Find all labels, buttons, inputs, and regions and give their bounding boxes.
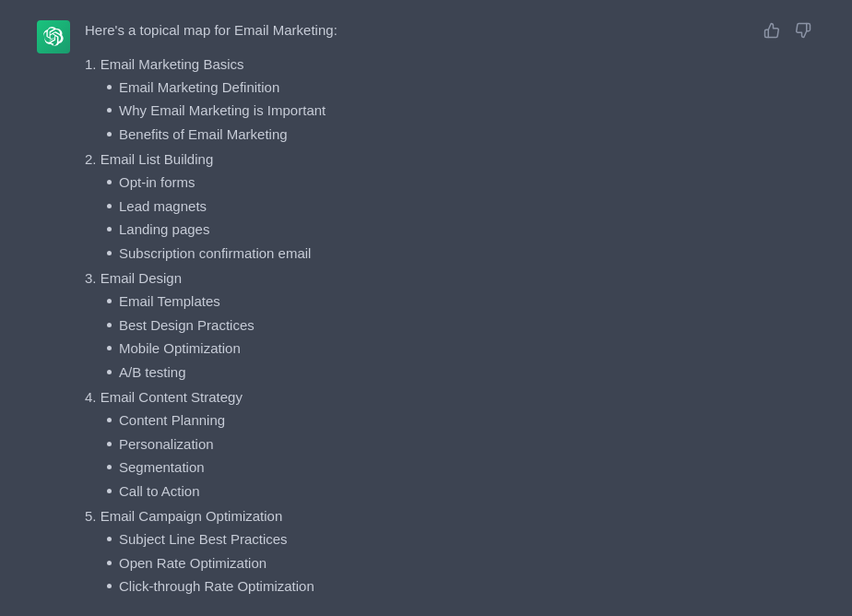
bullet-icon bbox=[107, 346, 112, 350]
topic-section-5: 5. Email Campaign OptimizationSubject Li… bbox=[85, 508, 815, 598]
sub-item-text: Personalization bbox=[119, 432, 214, 456]
bullet-icon bbox=[107, 537, 112, 541]
sub-list-4: Content PlanningPersonalizationSegmentat… bbox=[107, 409, 815, 503]
sub-item-text: Email Marketing Definition bbox=[119, 76, 279, 100]
bullet-icon bbox=[107, 370, 112, 374]
chat-container: Here's a topical map for Email Marketing… bbox=[0, 0, 852, 616]
sub-item-text: Email Templates bbox=[119, 290, 220, 314]
sub-item-text: Why Email Marketing is Important bbox=[119, 99, 325, 123]
bullet-icon bbox=[107, 418, 112, 422]
bullet-icon bbox=[107, 323, 112, 327]
sub-item-text: Best Design Practices bbox=[119, 314, 254, 338]
sub-item-1-3: Benefits of Email Marketing bbox=[107, 123, 815, 147]
sub-item-1-2: Why Email Marketing is Important bbox=[107, 99, 815, 123]
thumbs-up-icon bbox=[763, 22, 780, 39]
sub-item-text: Subject Line Best Practices bbox=[119, 527, 288, 551]
sub-item-5-1: Subject Line Best Practices bbox=[107, 527, 815, 551]
sub-item-text: Click-through Rate Optimization bbox=[119, 575, 314, 598]
topic-section-3: 3. Email DesignEmail TemplatesBest Desig… bbox=[85, 270, 815, 384]
bullet-icon bbox=[107, 132, 112, 136]
chatgpt-logo-icon bbox=[43, 27, 64, 47]
bullet-icon bbox=[107, 108, 112, 113]
bullet-icon bbox=[107, 251, 112, 255]
bullet-icon bbox=[107, 465, 112, 469]
sub-item-text: A/B testing bbox=[119, 361, 186, 385]
sub-item-2-3: Landing pages bbox=[107, 218, 815, 242]
sub-item-2-4: Subscription confirmation email bbox=[107, 242, 815, 266]
intro-text: Here's a topical map for Email Marketing… bbox=[85, 20, 815, 41]
main-topic-2: 2. Email List Building bbox=[85, 151, 815, 167]
topic-section-4: 4. Email Content StrategyContent Plannin… bbox=[85, 389, 815, 503]
bullet-icon bbox=[107, 204, 112, 208]
sub-item-3-2: Best Design Practices bbox=[107, 314, 815, 338]
main-topic-5: 5. Email Campaign Optimization bbox=[85, 508, 815, 524]
sub-item-4-4: Call to Action bbox=[107, 480, 815, 503]
sub-list-3: Email TemplatesBest Design PracticesMobi… bbox=[107, 290, 815, 384]
sub-item-text: Landing pages bbox=[119, 218, 209, 242]
sub-list-5: Subject Line Best PracticesOpen Rate Opt… bbox=[107, 527, 815, 598]
sub-item-1-1: Email Marketing Definition bbox=[107, 76, 815, 100]
sub-item-3-4: A/B testing bbox=[107, 361, 815, 385]
sub-item-4-2: Personalization bbox=[107, 432, 815, 456]
thumbs-up-button[interactable] bbox=[760, 18, 784, 42]
main-topic-1: 1. Email Marketing Basics bbox=[85, 56, 815, 72]
sub-item-3-1: Email Templates bbox=[107, 290, 815, 314]
sub-item-3-3: Mobile Optimization bbox=[107, 337, 815, 361]
message-content: Here's a topical map for Email Marketing… bbox=[85, 18, 815, 604]
assistant-avatar bbox=[37, 20, 70, 53]
sub-item-text: Call to Action bbox=[119, 480, 200, 503]
sub-item-text: Content Planning bbox=[119, 409, 225, 432]
sub-list-2: Opt-in formsLead magnetsLanding pagesSub… bbox=[107, 171, 815, 265]
bullet-icon bbox=[107, 227, 112, 231]
bullet-icon bbox=[107, 584, 112, 588]
sub-item-2-2: Lead magnets bbox=[107, 195, 815, 219]
bullet-icon bbox=[107, 561, 112, 565]
sub-item-text: Lead magnets bbox=[119, 195, 207, 219]
sub-item-2-1: Opt-in forms bbox=[107, 171, 815, 195]
bullet-icon bbox=[107, 299, 112, 303]
sub-item-text: Segmentation bbox=[119, 456, 205, 480]
bullet-icon bbox=[107, 442, 112, 446]
thumbs-down-button[interactable] bbox=[791, 18, 815, 42]
feedback-buttons bbox=[760, 18, 815, 42]
thumbs-down-icon bbox=[795, 22, 811, 39]
sub-item-text: Subscription confirmation email bbox=[119, 242, 311, 266]
message-row: Here's a topical map for Email Marketing… bbox=[37, 18, 815, 604]
bullet-icon bbox=[107, 85, 112, 89]
bullet-icon bbox=[107, 180, 112, 184]
sub-item-text: Mobile Optimization bbox=[119, 337, 241, 361]
sub-item-5-2: Open Rate Optimization bbox=[107, 551, 815, 575]
topic-section-1: 1. Email Marketing BasicsEmail Marketing… bbox=[85, 56, 815, 147]
topic-section-2: 2. Email List BuildingOpt-in formsLead m… bbox=[85, 151, 815, 265]
sub-item-5-3: Click-through Rate Optimization bbox=[107, 575, 815, 598]
sub-item-4-3: Segmentation bbox=[107, 456, 815, 480]
main-topic-3: 3. Email Design bbox=[85, 270, 815, 286]
sub-item-text: Open Rate Optimization bbox=[119, 551, 266, 575]
sub-item-4-1: Content Planning bbox=[107, 409, 815, 432]
main-topic-4: 4. Email Content Strategy bbox=[85, 389, 815, 405]
sub-list-1: Email Marketing DefinitionWhy Email Mark… bbox=[107, 76, 815, 147]
bullet-icon bbox=[107, 489, 112, 493]
topic-list: 1. Email Marketing BasicsEmail Marketing… bbox=[85, 56, 815, 598]
sub-item-text: Opt-in forms bbox=[119, 171, 195, 195]
sub-item-text: Benefits of Email Marketing bbox=[119, 123, 288, 147]
